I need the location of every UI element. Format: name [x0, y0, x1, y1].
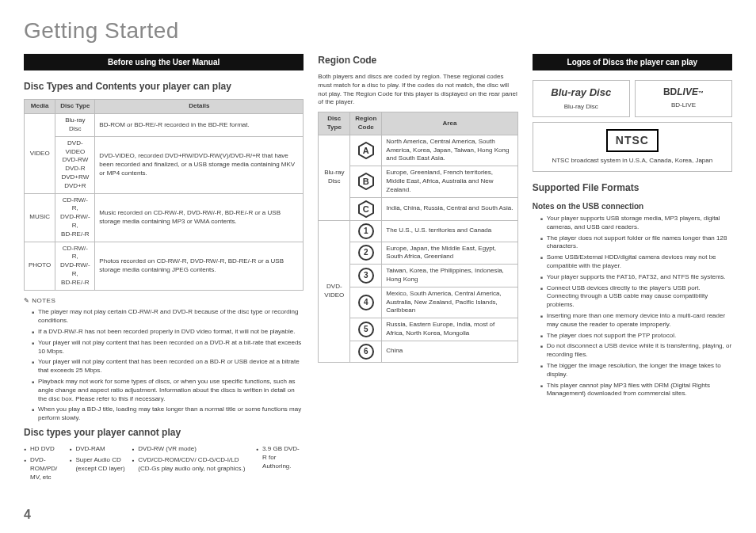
- table-region: Disc Type Region Code Area Blu-ray DiscA…: [318, 112, 517, 363]
- cell-area: Europe, Japan, the Middle East, Egypt, S…: [382, 242, 517, 265]
- logo-bluray: Blu-ray Disc Blu-ray Disc: [533, 80, 630, 116]
- th-area: Area: [382, 112, 517, 135]
- th-disc-type: Disc Type: [55, 100, 95, 114]
- cell-region-icon: C: [350, 197, 382, 220]
- page-number: 4: [24, 506, 31, 523]
- cell-media-music: MUSIC: [25, 193, 55, 242]
- heading-disc-types: Disc Types and Contents your player can …: [24, 80, 304, 93]
- cannot-item: CVD/CD-ROM/CDV/ CD-G/CD-I/LD (CD-Gs play…: [132, 456, 250, 474]
- cell-disc-type: DVD-VIDEO: [319, 220, 350, 362]
- th-details: Details: [95, 100, 304, 114]
- usb-note-item: Some USB/External HDD/digital camera dev…: [540, 253, 732, 271]
- bd-live-icon: BDLIVE™: [639, 86, 728, 98]
- cell-region-icon: A: [350, 135, 382, 166]
- note-item: The player may not play certain CD-RW/-R…: [32, 308, 304, 326]
- heading-usb-notes: Notes on the USB connection: [533, 201, 732, 212]
- cell-details: DVD-VIDEO, recorded DVD+RW/DVD-RW(V)/DVD…: [95, 136, 304, 193]
- th-media: Media: [25, 100, 55, 114]
- cell-details: Photos recorded on CD-RW/-R, DVD-RW/-R, …: [95, 242, 304, 290]
- page-title: Getting Started: [24, 16, 732, 46]
- usb-note-item: Connect USB devices directly to the play…: [540, 284, 732, 310]
- usb-note-item: Your player supports the FAT16, FAT32, a…: [540, 273, 732, 282]
- column-left: Before using the User Manual Disc Types …: [24, 54, 304, 485]
- table-disc-types: Media Disc Type Details VIDEO Blu-ray Di…: [24, 99, 304, 290]
- ntsc-box: NTSC NTSC broadcast system in U.S.A, Can…: [533, 122, 732, 173]
- region-intro: Both players and discs are coded by regi…: [318, 73, 517, 107]
- column-middle: Region Code Both players and discs are c…: [318, 54, 517, 485]
- notes-list: The player may not play certain CD-RW/-R…: [24, 308, 304, 423]
- cell-region-icon: 2: [350, 242, 382, 265]
- cell-area: Russia, Eastern Europe, India, most of A…: [382, 318, 517, 341]
- logo-label: BD-LIVE: [639, 101, 728, 110]
- notes-label: ✎ NOTES: [24, 297, 304, 306]
- cell-type: DVD-VIDEO DVD-RW DVD-R DVD+RW DVD+R: [55, 136, 95, 193]
- usb-note-item: This player cannot play MP3 files with D…: [540, 382, 732, 399]
- usb-note-item: Your player supports USB storage media, …: [540, 215, 732, 232]
- region-globe-icon: 6: [358, 344, 374, 360]
- logo-row: Blu-ray Disc Blu-ray Disc BDLIVE™ BD-LIV…: [533, 80, 732, 116]
- cell-area: India, China, Russia, Central and South …: [382, 197, 517, 220]
- logo-bdlive: BDLIVE™ BD-LIVE: [635, 80, 732, 116]
- cell-disc-type: Blu-ray Disc: [319, 135, 350, 220]
- cannot-item: DVD-RW (VR mode): [132, 445, 250, 454]
- cannot-item: HD DVD: [24, 445, 63, 454]
- cannot-item: 3.9 GB DVD-R for Authoring.: [256, 445, 304, 470]
- cell-details: Music recorded on CD-RW/-R, DVD-RW/-R, B…: [95, 193, 304, 242]
- cell-type: Blu-ray Disc: [55, 114, 95, 137]
- cell-region-icon: 5: [350, 318, 382, 341]
- cell-media-photo: PHOTO: [25, 242, 55, 290]
- cannot-play-grid: HD DVD DVD-ROM/PD/ MV, etc DVD-RAM Super…: [24, 445, 304, 484]
- region-globe-icon: 2: [358, 245, 374, 261]
- note-item: Your player will not play content that h…: [32, 358, 304, 375]
- cell-area: Mexico, South America, Central America, …: [382, 287, 517, 318]
- region-hex-icon: C: [357, 200, 375, 218]
- usb-note-item: The bigger the image resolution, the lon…: [540, 362, 732, 379]
- banner-before-using: Before using the User Manual: [24, 54, 304, 71]
- cell-type: CD-RW/-R, DVD-RW/-R, BD-RE/-R: [55, 242, 95, 290]
- note-item: When you play a BD-J title, loading may …: [32, 405, 304, 423]
- usb-note-item: Inserting more than one memory device in…: [540, 312, 732, 329]
- usb-notes-list: Your player supports USB storage media, …: [533, 215, 732, 398]
- th-disc-type: Disc Type: [319, 112, 350, 135]
- region-hex-icon: A: [357, 142, 375, 159]
- ntsc-caption: NTSC broadcast system in U.S.A, Canada, …: [540, 157, 725, 166]
- column-right: Logos of Discs the player can play Blu-r…: [533, 54, 732, 485]
- cell-region-icon: 4: [350, 287, 382, 318]
- cell-region-icon: 6: [350, 341, 382, 362]
- cell-region-icon: 3: [350, 265, 382, 287]
- region-globe-icon: 3: [358, 268, 374, 284]
- usb-note-item: The player does not support folder or fi…: [540, 234, 732, 252]
- bluray-disc-icon: Blu-ray Disc: [536, 86, 626, 100]
- note-item: Playback may not work for some types of …: [32, 378, 304, 403]
- cell-area: The U.S., U.S. territories and Canada: [382, 220, 517, 242]
- note-item: Your player will not play content that h…: [32, 339, 304, 356]
- cell-area: North America, Central America, South Am…: [382, 135, 517, 166]
- usb-note-item: The player does not support the PTP prot…: [540, 332, 732, 341]
- ntsc-icon: NTSC: [606, 129, 659, 152]
- region-hex-icon: B: [357, 173, 375, 190]
- cannot-item: Super Audio CD (except CD layer): [69, 456, 125, 474]
- usb-note-item: Do not disconnect a USB device while it …: [540, 342, 732, 360]
- note-item: If a DVD-RW/-R has not been recorded pro…: [32, 328, 304, 337]
- banner-logos: Logos of Discs the player can play: [533, 54, 732, 71]
- th-region-code: Region Code: [350, 112, 382, 135]
- cannot-item: DVD-ROM/PD/ MV, etc: [24, 456, 63, 482]
- cell-area: Europe, Greenland, French territories, M…: [382, 166, 517, 197]
- heading-cannot-play: Disc types your player cannot play: [24, 426, 304, 439]
- logo-label: Blu-ray Disc: [536, 103, 626, 112]
- cell-area: Taiwan, Korea, the Philippines, Indonesi…: [382, 265, 517, 287]
- cannot-item: DVD-RAM: [69, 445, 125, 454]
- cell-region-icon: B: [350, 166, 382, 197]
- heading-region-code: Region Code: [318, 54, 517, 67]
- cell-region-icon: 1: [350, 220, 382, 242]
- heading-supported-formats: Supported File Formats: [533, 181, 732, 194]
- cell-type: CD-RW/-R, DVD-RW/-R, BD-RE/-R: [55, 193, 95, 242]
- cell-area: China: [382, 341, 517, 362]
- region-globe-icon: 1: [358, 223, 374, 239]
- cell-media-video: VIDEO: [25, 114, 55, 193]
- region-globe-icon: 5: [358, 322, 374, 337]
- region-globe-icon: 4: [358, 295, 374, 310]
- cell-details: BD-ROM or BD-RE/-R recorded in the BD-RE…: [95, 114, 304, 137]
